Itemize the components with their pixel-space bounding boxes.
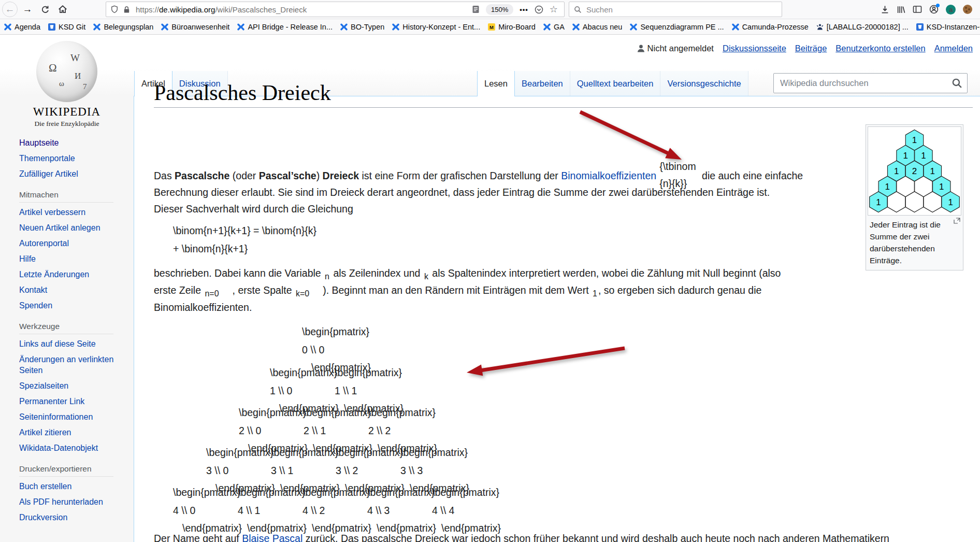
sidebar-link-spezialseiten[interactable]: Spezialseiten bbox=[19, 380, 118, 391]
sidebar-group: MitmachenArtikel verbessernNeuen Artikel… bbox=[19, 190, 125, 311]
personal-link-anmelden[interactable]: Anmelden bbox=[934, 44, 973, 53]
confluence-icon bbox=[732, 23, 739, 31]
miro-icon: M bbox=[488, 23, 495, 31]
url-text[interactable]: https://de.wikipedia.org/wiki/Pascalsche… bbox=[136, 5, 469, 14]
home-button[interactable] bbox=[55, 2, 70, 17]
pmatrix-value: 1 \\ 1 bbox=[335, 385, 357, 397]
bookmark-item[interactable]: Sequenzdiagramm PE ... bbox=[630, 23, 724, 31]
pmatrix-begin: \begin{pmatrix} bbox=[206, 447, 273, 459]
inline-math: n bbox=[325, 272, 329, 281]
bookmark-item[interactable]: Agenda bbox=[4, 23, 40, 31]
pascal-triangle-image[interactable]: 1111211111 bbox=[868, 126, 961, 216]
sidebar-link-wikidata-datenobjekt[interactable]: Wikidata-Datenobjekt bbox=[19, 443, 118, 453]
download-icon[interactable] bbox=[881, 5, 889, 14]
tab-bearbeiten[interactable]: Bearbeiten bbox=[515, 71, 570, 96]
sidebar-link-hauptseite[interactable]: Hauptseite bbox=[19, 137, 118, 148]
search-icon bbox=[574, 6, 582, 13]
bookmark-item[interactable]: MMiro-Board bbox=[488, 23, 536, 31]
bookmark-item[interactable]: API Bridge - Release In... bbox=[237, 23, 333, 31]
personal-link-beitr-ge[interactable]: Beiträge bbox=[795, 44, 827, 53]
bookmark-item[interactable]: [LABALLG-20000182] ... bbox=[816, 23, 909, 31]
wikipedia-logo[interactable]: Ω W И ω 7 WIKIPEDIA Die freie Enzyklopäd… bbox=[0, 39, 134, 128]
sidebar-link-autorenportal[interactable]: Autorenportal bbox=[19, 238, 118, 249]
pmatrix-begin: \begin{pmatrix} bbox=[271, 447, 338, 459]
pmatrix-begin: \begin{pmatrix} bbox=[302, 326, 369, 338]
pmatrix-end: \end{pmatrix} bbox=[441, 522, 501, 534]
sidebar-link-seiteninformationen[interactable]: Seiteninformationen bbox=[19, 411, 118, 422]
extension-avatar-icon[interactable]: a bbox=[946, 5, 956, 15]
page-title: Pascalsches Dreieck bbox=[154, 80, 331, 105]
library-icon[interactable] bbox=[897, 5, 905, 14]
sidebar-nav: HauptseiteThemenportaleZufälliger Artike… bbox=[19, 137, 125, 534]
account-icon[interactable] bbox=[929, 5, 939, 14]
bookmark-item[interactable]: Büroanwesenheit bbox=[161, 23, 229, 31]
bookmark-item[interactable]: GA bbox=[543, 23, 565, 31]
browser-search-bar[interactable] bbox=[569, 2, 782, 17]
confluence-icon bbox=[161, 23, 168, 31]
pmatrix-value: 3 \\ 1 bbox=[271, 465, 293, 477]
tab-quelltext-bearbeiten[interactable]: Quelltext bearbeiten bbox=[570, 71, 661, 96]
cookie-extension-icon[interactable] bbox=[963, 5, 972, 14]
hex-value: 1 bbox=[894, 166, 899, 176]
sidebar-link-letzte-nderungen[interactable]: Letzte Änderungen bbox=[19, 269, 118, 280]
pmatrix-value: 2 \\ 0 bbox=[239, 425, 261, 437]
pmatrix-value: 1 \\ 0 bbox=[270, 385, 292, 397]
sidebar-toggle-icon[interactable] bbox=[913, 5, 922, 13]
bookmark-label: History-Konzept - Ent... bbox=[402, 23, 480, 31]
sidebar-link-permanenter-link[interactable]: Permanenter Link bbox=[19, 396, 118, 407]
personal-link-benutzerkonto-erstellen[interactable]: Benutzerkonto erstellen bbox=[835, 44, 925, 53]
bookmark-item[interactable]: KSD Git bbox=[48, 23, 85, 31]
sidebar-link-artikel-zitieren[interactable]: Artikel zitieren bbox=[19, 427, 118, 438]
sidebar-link-kontakt[interactable]: Kontakt bbox=[19, 284, 118, 295]
wiki-search-input[interactable] bbox=[779, 78, 952, 89]
sidebar-link-themenportale[interactable]: Themenportale bbox=[19, 153, 118, 164]
pmatrix-end: \end{pmatrix} bbox=[182, 522, 242, 534]
sidebar-link-hilfe[interactable]: Hilfe bbox=[19, 253, 118, 264]
page-actions-icon[interactable]: ••• bbox=[520, 6, 528, 13]
bookmark-item[interactable]: KSD-Instanzen-Cfg bbox=[916, 23, 980, 31]
bookmark-item[interactable]: Abacus neu bbox=[572, 23, 623, 31]
sidebar-link-links-auf-diese-seite[interactable]: Links auf diese Seite bbox=[19, 338, 118, 349]
reload-button[interactable] bbox=[37, 2, 53, 17]
sidebar-link-zuf-lliger-artikel[interactable]: Zufälliger Artikel bbox=[19, 168, 118, 179]
sidebar-link-spenden[interactable]: Spenden bbox=[19, 300, 118, 311]
bookmark-item[interactable]: Camunda-Prozesse bbox=[732, 23, 809, 31]
wiki-search-button[interactable] bbox=[952, 78, 962, 89]
pmatrix-begin: \begin{pmatrix} bbox=[239, 407, 306, 419]
tracking-shield-icon[interactable] bbox=[110, 5, 119, 13]
enlarge-icon[interactable] bbox=[954, 218, 960, 224]
sidebar-link-als-pdf-herunterladen[interactable]: Als PDF herunterladen bbox=[19, 496, 118, 507]
confluence-icon bbox=[237, 23, 244, 31]
forward-button[interactable]: → bbox=[20, 2, 35, 17]
bookmark-label: KSD Git bbox=[59, 23, 85, 31]
back-button[interactable]: ← bbox=[2, 2, 18, 17]
tab-lesen[interactable]: Lesen bbox=[477, 71, 515, 96]
url-bar[interactable]: https://de.wikipedia.org/wiki/Pascalsche… bbox=[106, 2, 565, 17]
bookmark-item[interactable]: Belegungsplan bbox=[93, 23, 153, 31]
paragraph-2-line-1: beschrieben. Dabei kann die Variable n a… bbox=[154, 265, 781, 282]
bookmark-label: Agenda bbox=[15, 23, 40, 31]
view-tabs: LesenBearbeitenQuelltext bearbeitenVersi… bbox=[477, 71, 748, 96]
reload-icon bbox=[41, 5, 50, 14]
wiki-search-box[interactable] bbox=[773, 73, 968, 93]
sidebar-link-artikel-verbessern[interactable]: Artikel verbessern bbox=[19, 207, 118, 218]
personal-link-diskussionsseite[interactable]: Diskussionsseite bbox=[723, 44, 786, 53]
sidebar-link--nderungen-an-verlinkten-seiten[interactable]: Änderungen an verlinkten Seiten bbox=[19, 354, 118, 376]
pmatrix-value: 3 \\ 3 bbox=[400, 465, 423, 477]
sidebar-link-druckversion[interactable]: Druckversion bbox=[19, 512, 118, 523]
pocket-icon[interactable] bbox=[535, 5, 543, 14]
sidebar-link-neuen-artikel-anlegen[interactable]: Neuen Artikel anlegen bbox=[19, 222, 118, 233]
tab-versionsgeschichte[interactable]: Versionsgeschichte bbox=[660, 71, 748, 96]
inline-link[interactable]: Binomialkoeffizienten bbox=[561, 170, 656, 181]
zoom-level-badge[interactable]: 150% bbox=[486, 4, 513, 15]
bookmark-item[interactable]: BO-Typen bbox=[340, 23, 384, 31]
pmatrix-value: 2 \\ 1 bbox=[304, 425, 326, 437]
bookmark-item[interactable]: History-Konzept - Ent... bbox=[392, 23, 480, 31]
reader-mode-icon[interactable] bbox=[472, 5, 480, 13]
user-icon bbox=[637, 44, 645, 53]
bookmark-star-icon[interactable]: ☆ bbox=[550, 4, 558, 15]
sidebar-link-buch-erstellen[interactable]: Buch erstellen bbox=[19, 481, 118, 492]
bitbucket-icon bbox=[916, 23, 924, 31]
browser-search-input[interactable] bbox=[585, 5, 743, 15]
sidebar-group: Drucken/exportierenBuch erstellenAls PDF… bbox=[19, 464, 125, 523]
